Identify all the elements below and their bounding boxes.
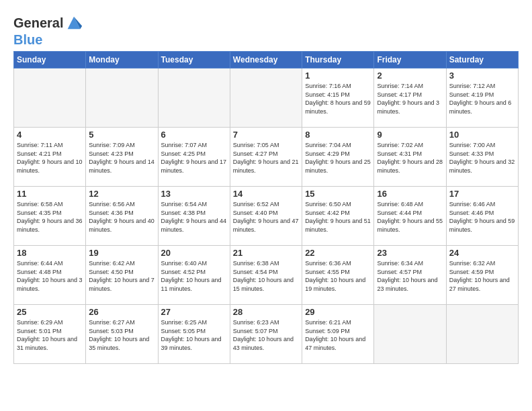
logo: General Blue: [13, 13, 83, 47]
calendar-cell: 25 Sunrise: 6:29 AMSunset: 5:01 PMDaylig…: [14, 305, 86, 364]
day-info: Sunrise: 6:36 AMSunset: 4:55 PMDaylight:…: [305, 259, 371, 293]
day-number: 19: [89, 248, 154, 258]
week-row-3: 11 Sunrise: 6:58 AMSunset: 4:35 PMDaylig…: [14, 187, 519, 246]
calendar-cell: [14, 68, 86, 128]
day-info: Sunrise: 6:52 AMSunset: 4:40 PMDaylight:…: [233, 200, 299, 234]
calendar-cell: [374, 305, 446, 364]
day-number: 9: [377, 130, 443, 140]
day-number: 13: [161, 189, 227, 199]
calendar-cell: 3 Sunrise: 7:12 AMSunset: 4:19 PMDayligh…: [446, 68, 518, 128]
calendar-cell: 21 Sunrise: 6:38 AMSunset: 4:54 PMDaylig…: [230, 246, 302, 305]
calendar-cell: 4 Sunrise: 7:11 AMSunset: 4:21 PMDayligh…: [14, 128, 86, 187]
calendar-cell: 23 Sunrise: 6:34 AMSunset: 4:57 PMDaylig…: [374, 246, 446, 305]
day-number: 15: [305, 189, 371, 199]
day-header-saturday: Saturday: [446, 52, 518, 68]
day-info: Sunrise: 6:21 AMSunset: 5:09 PMDaylight:…: [305, 318, 371, 352]
calendar-cell: [230, 68, 302, 128]
calendar-cell: 2 Sunrise: 7:14 AMSunset: 4:17 PMDayligh…: [374, 68, 446, 128]
day-info: Sunrise: 7:09 AMSunset: 4:23 PMDaylight:…: [89, 141, 154, 175]
calendar-cell: 7 Sunrise: 7:05 AMSunset: 4:27 PMDayligh…: [230, 128, 302, 187]
calendar-cell: 27 Sunrise: 6:25 AMSunset: 5:05 PMDaylig…: [158, 305, 230, 364]
day-info: Sunrise: 7:14 AMSunset: 4:17 PMDaylight:…: [377, 82, 443, 116]
calendar-cell: 26 Sunrise: 6:27 AMSunset: 5:03 PMDaylig…: [86, 305, 158, 364]
day-number: 29: [305, 307, 371, 317]
calendar-cell: [86, 68, 158, 128]
day-info: Sunrise: 7:07 AMSunset: 4:25 PMDaylight:…: [161, 141, 227, 175]
day-info: Sunrise: 6:58 AMSunset: 4:35 PMDaylight:…: [17, 200, 83, 234]
day-number: 16: [377, 189, 443, 199]
day-info: Sunrise: 6:54 AMSunset: 4:38 PMDaylight:…: [161, 200, 227, 234]
calendar-cell: 14 Sunrise: 6:52 AMSunset: 4:40 PMDaylig…: [230, 187, 302, 246]
day-number: 5: [89, 130, 154, 140]
day-number: 4: [17, 130, 83, 140]
calendar-cell: 13 Sunrise: 6:54 AMSunset: 4:38 PMDaylig…: [158, 187, 230, 246]
calendar-cell: [158, 68, 230, 128]
day-header-wednesday: Wednesday: [230, 52, 302, 68]
day-number: 23: [377, 248, 443, 258]
day-info: Sunrise: 7:16 AMSunset: 4:15 PMDaylight:…: [305, 82, 371, 116]
day-info: Sunrise: 6:34 AMSunset: 4:57 PMDaylight:…: [377, 259, 443, 293]
day-info: Sunrise: 7:11 AMSunset: 4:21 PMDaylight:…: [17, 141, 83, 175]
day-number: 20: [161, 248, 227, 258]
logo-text-blue: Blue: [13, 32, 42, 47]
day-info: Sunrise: 6:38 AMSunset: 4:54 PMDaylight:…: [233, 259, 299, 293]
calendar-cell: 5 Sunrise: 7:09 AMSunset: 4:23 PMDayligh…: [86, 128, 158, 187]
day-number: 18: [17, 248, 83, 258]
day-number: 10: [449, 130, 515, 140]
calendar: SundayMondayTuesdayWednesdayThursdayFrid…: [13, 51, 519, 364]
header: General Blue: [13, 11, 519, 47]
day-number: 26: [89, 307, 154, 317]
calendar-cell: 24 Sunrise: 6:32 AMSunset: 4:59 PMDaylig…: [446, 246, 518, 305]
day-header-monday: Monday: [86, 52, 158, 68]
logo-icon: [64, 13, 83, 32]
day-info: Sunrise: 6:29 AMSunset: 5:01 PMDaylight:…: [17, 318, 83, 352]
day-info: Sunrise: 6:50 AMSunset: 4:42 PMDaylight:…: [305, 200, 371, 234]
day-info: Sunrise: 6:44 AMSunset: 4:48 PMDaylight:…: [17, 259, 83, 293]
day-info: Sunrise: 6:25 AMSunset: 5:05 PMDaylight:…: [161, 318, 227, 352]
logo-text-general: General: [13, 15, 63, 30]
calendar-cell: 11 Sunrise: 6:58 AMSunset: 4:35 PMDaylig…: [14, 187, 86, 246]
calendar-cell: 10 Sunrise: 7:00 AMSunset: 4:33 PMDaylig…: [446, 128, 518, 187]
day-number: 7: [233, 130, 299, 140]
day-header-sunday: Sunday: [14, 52, 86, 68]
day-info: Sunrise: 7:02 AMSunset: 4:31 PMDaylight:…: [377, 141, 443, 175]
day-info: Sunrise: 7:12 AMSunset: 4:19 PMDaylight:…: [449, 82, 515, 116]
calendar-cell: [446, 305, 518, 364]
day-number: 24: [449, 248, 515, 258]
day-info: Sunrise: 6:42 AMSunset: 4:50 PMDaylight:…: [89, 259, 154, 293]
calendar-cell: 16 Sunrise: 6:48 AMSunset: 4:44 PMDaylig…: [374, 187, 446, 246]
day-info: Sunrise: 6:48 AMSunset: 4:44 PMDaylight:…: [377, 200, 443, 234]
calendar-cell: 19 Sunrise: 6:42 AMSunset: 4:50 PMDaylig…: [86, 246, 158, 305]
calendar-cell: 17 Sunrise: 6:46 AMSunset: 4:46 PMDaylig…: [446, 187, 518, 246]
day-info: Sunrise: 6:56 AMSunset: 4:36 PMDaylight:…: [89, 200, 154, 234]
page: General Blue SundayMondayTuesdayWednesda…: [0, 0, 532, 411]
day-number: 14: [233, 189, 299, 199]
day-number: 27: [161, 307, 227, 317]
week-row-5: 25 Sunrise: 6:29 AMSunset: 5:01 PMDaylig…: [14, 305, 519, 364]
day-number: 22: [305, 248, 371, 258]
day-number: 3: [449, 71, 515, 81]
calendar-cell: 12 Sunrise: 6:56 AMSunset: 4:36 PMDaylig…: [86, 187, 158, 246]
day-number: 8: [305, 130, 371, 140]
day-info: Sunrise: 6:32 AMSunset: 4:59 PMDaylight:…: [449, 259, 515, 293]
calendar-cell: 18 Sunrise: 6:44 AMSunset: 4:48 PMDaylig…: [14, 246, 86, 305]
calendar-cell: 6 Sunrise: 7:07 AMSunset: 4:25 PMDayligh…: [158, 128, 230, 187]
calendar-header-row: SundayMondayTuesdayWednesdayThursdayFrid…: [14, 52, 519, 68]
day-number: 1: [305, 71, 371, 81]
day-number: 25: [17, 307, 83, 317]
day-info: Sunrise: 7:05 AMSunset: 4:27 PMDaylight:…: [233, 141, 299, 175]
day-number: 2: [377, 71, 443, 81]
calendar-cell: 8 Sunrise: 7:04 AMSunset: 4:29 PMDayligh…: [302, 128, 374, 187]
day-number: 21: [233, 248, 299, 258]
calendar-cell: 28 Sunrise: 6:23 AMSunset: 5:07 PMDaylig…: [230, 305, 302, 364]
day-header-tuesday: Tuesday: [158, 52, 230, 68]
day-info: Sunrise: 7:00 AMSunset: 4:33 PMDaylight:…: [449, 141, 515, 175]
day-info: Sunrise: 6:40 AMSunset: 4:52 PMDaylight:…: [161, 259, 227, 293]
week-row-2: 4 Sunrise: 7:11 AMSunset: 4:21 PMDayligh…: [14, 128, 519, 187]
day-number: 11: [17, 189, 83, 199]
day-info: Sunrise: 6:23 AMSunset: 5:07 PMDaylight:…: [233, 318, 299, 352]
day-header-friday: Friday: [374, 52, 446, 68]
calendar-cell: 20 Sunrise: 6:40 AMSunset: 4:52 PMDaylig…: [158, 246, 230, 305]
week-row-4: 18 Sunrise: 6:44 AMSunset: 4:48 PMDaylig…: [14, 246, 519, 305]
calendar-cell: 29 Sunrise: 6:21 AMSunset: 5:09 PMDaylig…: [302, 305, 374, 364]
